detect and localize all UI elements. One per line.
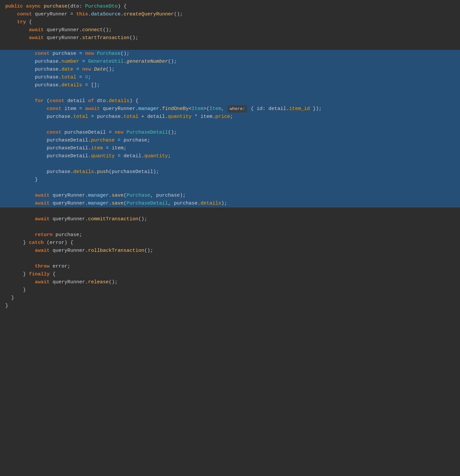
code-line: const purchase = new Purchase(); <box>0 50 460 58</box>
code-line: await queryRunner.rollbackTransaction(); <box>0 247 460 255</box>
code-line: return purchase; <box>0 231 460 239</box>
code-line: const purchaseDetail = new PurchaseDetai… <box>0 129 460 137</box>
code-line: } <box>0 176 460 184</box>
code-line: await queryRunner.manager.save(Purchase,… <box>0 192 460 200</box>
code-line: purchase.date = new Date(); <box>0 66 460 74</box>
code-line: await queryRunner.commitTransaction(); <box>0 215 460 223</box>
code-line: } finally { <box>0 270 460 278</box>
code-line: try { <box>0 18 460 26</box>
code-line: await queryRunner.startTransaction(); <box>0 34 460 42</box>
code-line: purchaseDetail.item = item; <box>0 144 460 152</box>
code-line: purchase.total = 0; <box>0 74 460 81</box>
code-line: purchase.total = purchase.total + detail… <box>0 113 460 121</box>
code-line: throw error; <box>0 263 460 270</box>
code-line: for (const detail of dto.details) { <box>0 97 460 105</box>
code-line <box>0 89 460 97</box>
code-line <box>0 255 460 263</box>
where-tooltip: where: <box>228 105 247 113</box>
code-line <box>0 121 460 129</box>
code-line: const item = await queryRunner.manager.f… <box>0 105 460 113</box>
code-line: purchase.details = []; <box>0 81 460 89</box>
code-line <box>0 207 460 215</box>
code-line <box>0 160 460 168</box>
code-line: const queryRunner = this.dataSource.crea… <box>0 11 460 18</box>
code-line: purchase.details.push(purchaseDetail); <box>0 168 460 176</box>
code-line: purchaseDetail.purchase = purchase; <box>0 137 460 144</box>
code-line <box>0 223 460 231</box>
code-editor: public async purchase(dto: PurchaseDto) … <box>0 0 460 476</box>
code-line: purchaseDetail.quantity = detail.quantit… <box>0 152 460 160</box>
code-line: await queryRunner.release(); <box>0 278 460 286</box>
code-line: } <box>0 302 460 310</box>
code-line: } catch (error) { <box>0 239 460 247</box>
code-line: await queryRunner.manager.save(PurchaseD… <box>0 200 460 207</box>
code-line <box>0 42 460 50</box>
code-line <box>0 184 460 192</box>
code-line: } <box>0 294 460 302</box>
code-line: await queryRunner.connect(); <box>0 26 460 34</box>
code-line: public async purchase(dto: PurchaseDto) … <box>0 3 460 11</box>
code-line: } <box>0 286 460 294</box>
code-line: purchase.number = GenerateUtil.generateN… <box>0 58 460 66</box>
